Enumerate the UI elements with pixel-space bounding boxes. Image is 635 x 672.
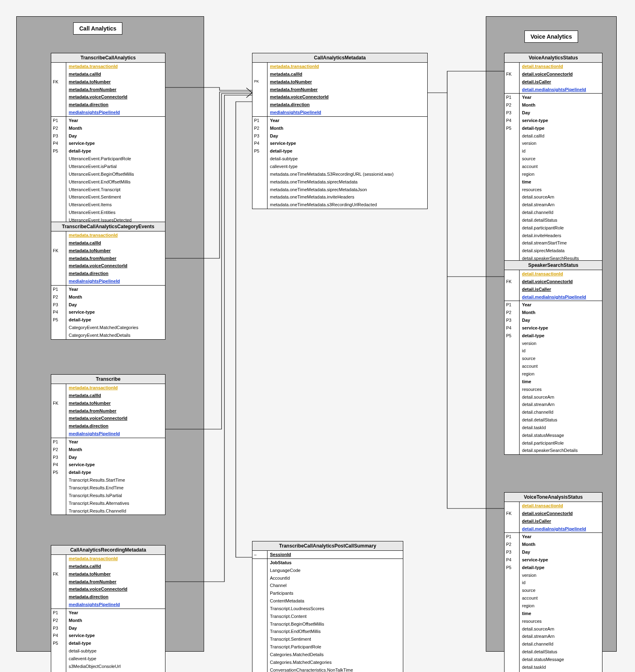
- entity-title: VoiceToneAnalysisStatus: [505, 493, 602, 502]
- partition-field: Year: [66, 117, 165, 124]
- entity-title: VoiceAnalyticsStatus: [505, 53, 602, 63]
- pk-field: SessionId: [267, 551, 403, 559]
- body-field: Transcript.LoudnessScores: [267, 605, 403, 613]
- body-field: LanguageCode: [267, 567, 403, 574]
- body-field: metadata.oneTimeMetadata.s3RecordingUrlR…: [267, 201, 427, 209]
- group-title-voice: Voice Analytics: [524, 31, 578, 43]
- fk-field: metadata.transactionId: [66, 555, 165, 563]
- body-field: JobStatus: [267, 559, 403, 567]
- body-field: id: [520, 147, 602, 155]
- body-field: account: [520, 362, 602, 370]
- fk-field: metadata.callId: [66, 70, 165, 78]
- fk-field: metadata.direction: [66, 270, 165, 277]
- partition-field: service-type: [520, 556, 602, 564]
- body-field: detail.streamArn: [520, 401, 602, 408]
- fk-field: detail.transactionId: [520, 502, 602, 510]
- body-field: Transcript.EndOffsetMillis: [267, 628, 403, 635]
- body-field: version: [520, 140, 602, 147]
- entity-call-analytics-recording-metadata: CallAnalyticsRecordingMetadatametadata.t…: [51, 545, 165, 672]
- partition-field: service-type: [66, 140, 165, 147]
- partition-field: Day: [520, 548, 602, 556]
- partition-field: Day: [520, 109, 602, 117]
- partition-field: Day: [520, 316, 602, 324]
- partition-field: detail-type: [520, 332, 602, 340]
- body-field: detail.inviteHeaders: [520, 232, 602, 240]
- fk-field: metadata.toNumber: [66, 247, 165, 255]
- fk-field: metadata.transactionId: [66, 231, 165, 239]
- body-field: detail.siprecMetadata: [520, 247, 602, 255]
- fk-field: metadata.direction: [66, 422, 165, 430]
- entity-title: Transcribe: [51, 375, 165, 384]
- partition-field: Month: [520, 101, 602, 109]
- body-field: CategoryEvent.MatchedDetails: [66, 332, 165, 339]
- partition-field: Month: [520, 309, 602, 316]
- body-field: UtteranceEvent.BeginOffsetMillis: [66, 170, 165, 178]
- fk-field: metadata.transactionId: [66, 63, 165, 70]
- fk-field: mediaInsightsPipelineId: [267, 109, 427, 116]
- body-field: detail.speakerSearchDetails: [520, 447, 602, 454]
- partition-field: Month: [520, 541, 602, 548]
- fk-field: detail.mediaInsightsPipelineId: [520, 525, 602, 533]
- body-field: source: [520, 587, 602, 594]
- partition-field: service-type: [520, 117, 602, 124]
- body-field: AccountId: [267, 574, 403, 582]
- body-field: id: [520, 579, 602, 587]
- body-field: detail.statusMessage: [520, 656, 602, 663]
- fk-field: metadata.toNumber: [267, 78, 427, 86]
- fk-field: metadata.toNumber: [66, 399, 165, 407]
- entity-call-analytics-metadata: CallAnalyticsMetadatametadata.transactio…: [252, 53, 428, 209]
- body-field: detail.taskId: [520, 663, 602, 671]
- body-field: detail.sourceArn: [520, 393, 602, 401]
- fk-field: metadata.voiceConnectorId: [66, 93, 165, 101]
- fk-field: metadata.fromNumber: [66, 578, 165, 586]
- body-field: metadata.oneTimeMetadata.siprecMetadataJ…: [267, 186, 427, 194]
- partition-field: service-type: [267, 140, 427, 147]
- fk-field: metadata.voiceConnectorId: [66, 262, 165, 270]
- entity-transcribe-call-analytics-category-events: TranscribeCallAnalyticsCategoryEventsmet…: [51, 222, 165, 340]
- body-field: Categories.MatchedDetails: [267, 651, 403, 659]
- fk-field: metadata.direction: [66, 101, 165, 109]
- entity-voice-analytics-status: VoiceAnalyticsStatusdetail.transactionId…: [504, 53, 602, 278]
- partition-field: service-type: [66, 308, 165, 316]
- partition-field: service-type: [66, 461, 165, 469]
- body-field: callevent-type: [267, 163, 427, 170]
- entity-title: CallAnalyticsMetadata: [252, 53, 427, 63]
- fk-field: detail.isCaller: [520, 78, 602, 86]
- body-field: version: [520, 340, 602, 347]
- fk-field: detail.voiceConnectorId: [520, 70, 602, 78]
- fk-field: detail.mediaInsightsPipelineId: [520, 86, 602, 94]
- fk-field: metadata.transactionId: [66, 384, 165, 392]
- entity-speaker-search-status: SpeakerSearchStatusdetail.transactionIdF…: [504, 260, 602, 455]
- body-field: Transcript.Content: [267, 613, 403, 620]
- fk-field: metadata.toNumber: [66, 78, 165, 86]
- partition-field: Year: [520, 533, 602, 541]
- body-field: Transcript.Results.IsPartial: [66, 492, 165, 500]
- body-field: detail.sourceArn: [520, 193, 602, 201]
- body-field: Participants: [267, 589, 403, 597]
- body-field: account: [520, 163, 602, 170]
- body-field: CategoryEvent.MatchedCategories: [66, 324, 165, 332]
- entity-transcribe-call-analytics-post-call-summary: TranscribeCallAnalyticsPostCallSummary–S…: [252, 541, 403, 672]
- body-field: time: [520, 178, 602, 186]
- fk-field: metadata.direction: [267, 101, 427, 109]
- partition-field: Day: [66, 454, 165, 461]
- fk-field: metadata.callId: [66, 239, 165, 247]
- body-field: Categories.MatchedCategories: [267, 659, 403, 666]
- partition-field: Day: [66, 132, 165, 140]
- body-field: s3MediaObjectConsoleUrl: [66, 663, 165, 670]
- body-field: account: [520, 594, 602, 602]
- body-field: detail.streamStartTime: [520, 239, 602, 247]
- partition-field: Day: [267, 132, 427, 140]
- svg-line-1: [246, 93, 252, 98]
- body-field: Transcript.Sentiment: [267, 635, 403, 643]
- body-field: detail.sourceArn: [520, 625, 602, 633]
- body-field: UtteranceEvent.Transcript: [66, 186, 165, 194]
- fk-field: metadata.fromNumber: [267, 86, 427, 94]
- fk-field: metadata.callId: [66, 563, 165, 570]
- partition-field: detail-type: [520, 564, 602, 572]
- entity-voice-tone-analysis-status: VoiceToneAnalysisStatusdetail.transactio…: [504, 492, 602, 672]
- partition-field: detail-type: [66, 316, 165, 324]
- entity-transcribe: Transcribemetadata.transactionIdmetadata…: [51, 374, 165, 515]
- body-field: Transcript.BeginOffsetMillis: [267, 620, 403, 628]
- body-field: UtteranceEvent.isPartial: [66, 163, 165, 170]
